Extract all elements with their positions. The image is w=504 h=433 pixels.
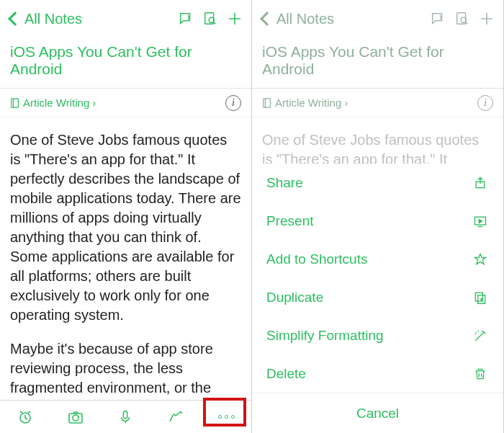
action-label: Add to Shortcuts	[266, 251, 472, 267]
cancel-label: Cancel	[356, 406, 399, 421]
action-label: Simplify Formatting	[266, 328, 472, 344]
plus-icon[interactable]	[474, 6, 499, 31]
search-note-icon[interactable]	[450, 6, 474, 31]
chevron-left-icon	[8, 12, 22, 26]
action-label: Share	[266, 175, 472, 191]
note-title[interactable]: iOS Apps You Can't Get for Android	[0, 37, 251, 89]
action-label: Duplicate	[266, 290, 472, 305]
action-sheet: Share Present Add to Shortcuts Duplicate…	[252, 164, 503, 433]
share-icon	[472, 174, 489, 192]
duplicate-action[interactable]: Duplicate	[252, 278, 503, 316]
top-nav: All Notes	[0, 0, 251, 37]
note-body[interactable]: One of Steve Jobs famous quotes is "Ther…	[0, 117, 251, 417]
top-nav: All Notes	[252, 0, 503, 37]
paragraph: One of Steve Jobs famous quotes is "Ther…	[10, 130, 241, 325]
share-action[interactable]: Share	[252, 164, 503, 202]
action-label: Present	[266, 213, 472, 229]
present-icon	[472, 213, 489, 230]
chat-icon[interactable]	[426, 6, 450, 31]
chevron-right-icon: ›	[92, 97, 96, 109]
info-icon[interactable]: i	[225, 95, 241, 111]
back-label: All Notes	[24, 11, 82, 27]
notebook-icon	[10, 98, 20, 108]
bottom-toolbar	[0, 400, 251, 433]
meta-row: Article Writing › i	[252, 89, 503, 117]
plus-icon[interactable]	[222, 6, 247, 31]
trash-icon	[472, 365, 489, 383]
notebook-link: Article Writing	[275, 97, 341, 109]
svg-rect-7	[124, 411, 128, 418]
present-action[interactable]: Present	[252, 202, 503, 240]
info-icon: i	[477, 95, 493, 111]
more-icon[interactable]	[216, 407, 236, 427]
chevron-right-icon: ›	[344, 97, 348, 109]
cancel-action[interactable]: Cancel	[252, 393, 503, 433]
left-pane: All Notes iOS Apps You Can't Get for And…	[0, 0, 252, 433]
wand-icon	[472, 327, 489, 344]
meta-row: Article Writing › i	[0, 89, 251, 117]
action-label: Delete	[266, 366, 472, 382]
microphone-icon[interactable]	[115, 407, 135, 427]
svg-point-6	[73, 415, 78, 421]
back-button[interactable]: All Notes	[256, 11, 334, 27]
simplify-action[interactable]: Simplify Formatting	[252, 316, 503, 354]
notebook-link[interactable]: Article Writing	[23, 97, 89, 109]
svg-rect-2	[12, 99, 19, 107]
notebook-icon	[262, 98, 272, 108]
star-icon	[472, 251, 489, 268]
duplicate-icon	[472, 289, 489, 306]
chat-icon[interactable]	[174, 6, 198, 31]
sketch-icon[interactable]	[166, 407, 186, 427]
delete-action[interactable]: Delete	[252, 354, 503, 393]
camera-icon[interactable]	[66, 407, 86, 427]
search-note-icon[interactable]	[198, 6, 222, 31]
note-title: iOS Apps You Can't Get for Android	[252, 37, 503, 89]
svg-rect-10	[264, 99, 271, 107]
right-pane: All Notes iOS Apps You Can't Get for And…	[252, 0, 504, 433]
chevron-left-icon	[260, 12, 274, 26]
shortcuts-action[interactable]: Add to Shortcuts	[252, 240, 503, 278]
back-label: All Notes	[276, 11, 334, 27]
reminder-icon[interactable]	[15, 407, 35, 427]
back-button[interactable]: All Notes	[4, 11, 82, 27]
